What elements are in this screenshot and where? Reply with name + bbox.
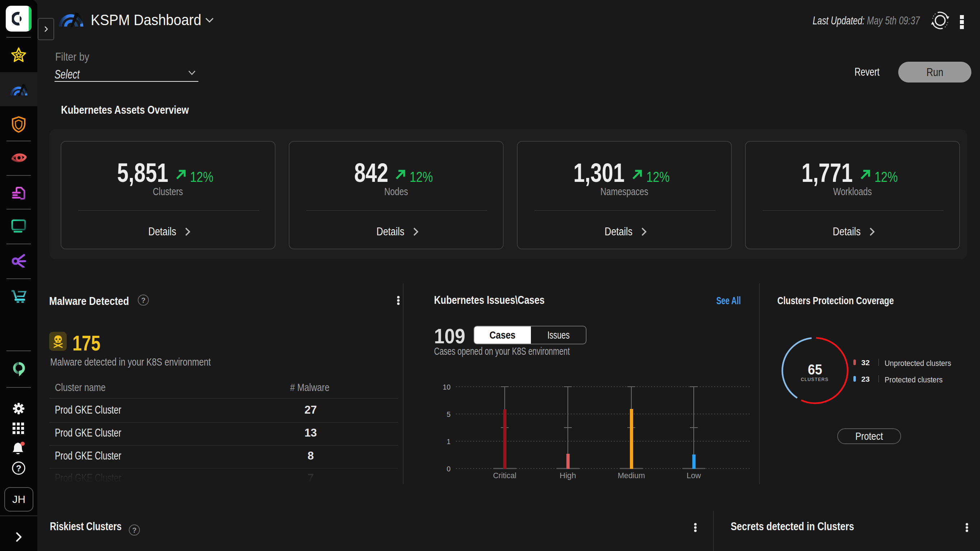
svg-text:1: 1	[447, 438, 450, 446]
svg-text:Medium: Medium	[618, 471, 645, 480]
svg-text:Critical: Critical	[493, 471, 517, 480]
svg-text:0: 0	[447, 465, 450, 473]
svg-text:10: 10	[443, 383, 450, 391]
svg-text:High: High	[560, 471, 576, 480]
svg-text:?: ?	[16, 463, 22, 473]
svg-text:65: 65	[808, 361, 822, 377]
svg-text:Low: Low	[687, 471, 701, 480]
svg-text:CLUSTERS: CLUSTERS	[801, 377, 829, 382]
svg-text:5: 5	[447, 410, 450, 418]
